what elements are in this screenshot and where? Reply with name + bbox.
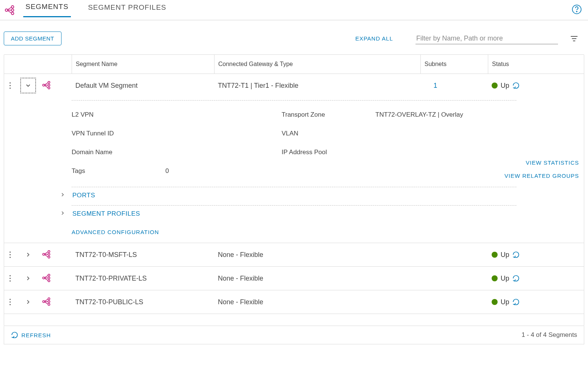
refresh-status-icon[interactable] [512, 251, 520, 258]
svg-point-38 [43, 277, 45, 279]
tab-segment-profiles[interactable]: SEGMENT PROFILES [86, 3, 169, 17]
svg-point-26 [48, 253, 50, 255]
svg-line-29 [45, 252, 48, 254]
chevron-right-icon[interactable] [60, 210, 67, 218]
svg-line-21 [45, 86, 48, 87]
gateway-type: None - Flexible [214, 246, 420, 264]
svg-point-37 [48, 280, 50, 282]
domain-value [165, 149, 282, 156]
tunnel-value [165, 130, 282, 137]
toolbar: ADD SEGMENT EXPAND ALL [0, 20, 588, 54]
status-dot-icon [492, 83, 498, 89]
svg-point-43 [9, 301, 10, 302]
svg-point-23 [9, 254, 10, 255]
status-text: Up [501, 82, 509, 90]
subnets [420, 273, 488, 284]
expand-button[interactable] [20, 247, 36, 263]
header-bar: SEGMENTS SEGMENT PROFILES [0, 0, 588, 20]
vlan-value [375, 130, 488, 137]
collapse-button[interactable] [20, 78, 36, 93]
row-count: 1 - 4 of 4 Segments [522, 331, 577, 339]
chevron-right-icon[interactable] [60, 192, 67, 199]
th-segment-name: Segment Name [72, 55, 214, 74]
svg-point-36 [48, 277, 50, 279]
gateway-type: None - Flexible [214, 293, 420, 311]
svg-point-2 [11, 12, 14, 15]
tab-segments[interactable]: SEGMENTS [23, 3, 71, 17]
svg-point-17 [48, 87, 50, 89]
svg-point-1 [11, 9, 14, 11]
svg-point-0 [11, 6, 14, 8]
domain-label: Domain Name [72, 149, 165, 156]
kebab-icon[interactable] [9, 275, 15, 282]
svg-point-35 [48, 274, 50, 276]
svg-line-49 [45, 299, 48, 301]
segment-profiles-expand-link[interactable]: SEGMENT PROFILES [72, 210, 140, 218]
add-segment-button[interactable]: ADD SEGMENT [4, 32, 62, 45]
table-row: TNT72-T0-PUBLIC-LS None - Flexible Up [4, 290, 584, 314]
segments-table: Segment Name Connected Gateway & Type Su… [4, 54, 584, 326]
tz-value: TNT72-OVERLAY-TZ | Overlay [375, 111, 488, 119]
svg-line-6 [8, 11, 11, 13]
svg-point-15 [48, 81, 50, 83]
svg-point-3 [5, 9, 8, 11]
svg-point-28 [43, 253, 45, 255]
kebab-icon[interactable] [9, 299, 15, 305]
l2vpn-label: L2 VPN [72, 111, 165, 119]
segment-name: TNT72-T0-PRIVATE-LS [72, 269, 214, 288]
segment-icon [42, 80, 52, 91]
svg-point-14 [9, 87, 10, 89]
ports-expand-link[interactable]: PORTS [72, 192, 95, 199]
pool-label: IP Address Pool [282, 149, 375, 156]
svg-line-41 [45, 278, 48, 280]
svg-line-39 [45, 276, 48, 278]
svg-point-45 [48, 298, 50, 300]
svg-point-13 [9, 85, 10, 86]
svg-line-31 [45, 255, 48, 257]
refresh-status-icon[interactable] [512, 82, 520, 89]
svg-point-16 [48, 84, 50, 86]
expand-button[interactable] [20, 270, 36, 286]
svg-point-48 [43, 300, 45, 302]
filter-settings-icon[interactable] [569, 34, 579, 44]
table-row: Default VM Segment TNT72-T1 | Tier1 - Fl… [4, 74, 584, 97]
svg-point-33 [9, 278, 10, 279]
network-icon [4, 4, 16, 16]
view-statistics-link[interactable]: VIEW STATISTICS [526, 159, 579, 166]
kebab-icon[interactable] [9, 82, 15, 89]
svg-point-32 [9, 275, 10, 276]
status-text: Up [501, 275, 509, 282]
refresh-button[interactable]: REFRESH [11, 331, 51, 339]
table-footer: REFRESH 1 - 4 of 4 Segments [4, 326, 584, 344]
refresh-status-icon[interactable] [512, 298, 520, 306]
l2vpn-value [165, 111, 282, 119]
filter-input[interactable] [416, 33, 558, 44]
th-actions [4, 55, 72, 74]
svg-point-25 [48, 251, 50, 252]
th-subnets: Subnets [420, 55, 488, 74]
svg-point-34 [9, 280, 10, 281]
segment-name: TNT72-T0-PUBLIC-LS [72, 293, 214, 311]
expand-button[interactable] [20, 294, 36, 310]
svg-point-46 [48, 300, 50, 302]
expand-all-link[interactable]: EXPAND ALL [355, 35, 393, 42]
segment-name: Default VM Segment [72, 77, 214, 95]
side-actions: VIEW STATISTICS VIEW RELATED GROUPS [504, 159, 579, 179]
svg-point-47 [48, 303, 50, 305]
table-row: TNT72-T0-PRIVATE-LS None - Flexible Up [4, 267, 584, 290]
refresh-icon [11, 331, 18, 339]
help-icon[interactable] [571, 3, 583, 15]
th-gateway: Connected Gateway & Type [214, 55, 420, 74]
advanced-config-link[interactable]: ADVANCED CONFIGURATION [4, 222, 584, 235]
svg-point-24 [9, 257, 10, 258]
segment-icon [42, 249, 52, 260]
svg-point-12 [9, 82, 10, 83]
expanded-detail: L2 VPN Transport Zone TNT72-OVERLAY-TZ |… [4, 100, 584, 243]
refresh-status-icon[interactable] [512, 275, 520, 282]
subnets-link[interactable]: 1 [420, 77, 488, 95]
view-related-groups-link[interactable]: VIEW RELATED GROUPS [504, 173, 579, 179]
kebab-icon[interactable] [9, 251, 15, 258]
svg-point-27 [48, 256, 50, 258]
svg-point-42 [9, 299, 10, 300]
status-dot-icon [492, 299, 498, 305]
